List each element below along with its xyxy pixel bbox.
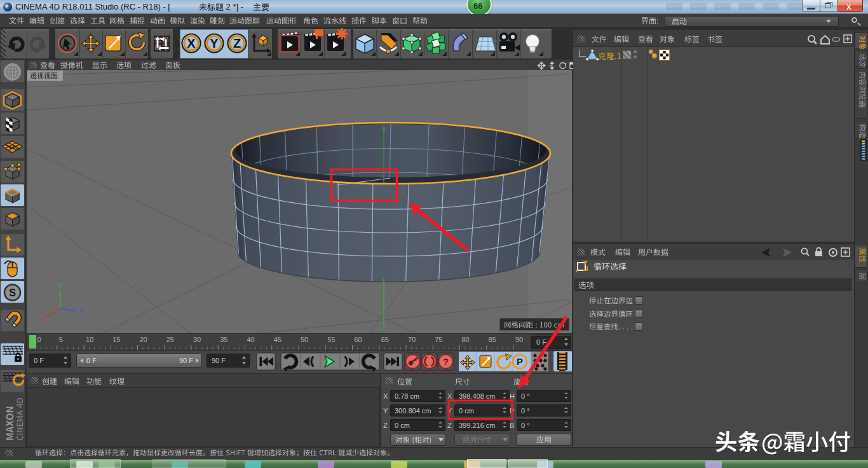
svg-text:X: X — [41, 316, 46, 324]
svg-text:Y: Y — [210, 36, 219, 50]
svg-text:Y: Y — [58, 282, 64, 289]
svg-text:S: S — [9, 287, 16, 298]
svg-text:?: ? — [443, 356, 449, 367]
svg-text:Z: Z — [233, 36, 241, 50]
svg-text:P: P — [517, 356, 523, 367]
svg-text:X: X — [187, 36, 196, 50]
svg-text:Z: Z — [79, 307, 83, 315]
